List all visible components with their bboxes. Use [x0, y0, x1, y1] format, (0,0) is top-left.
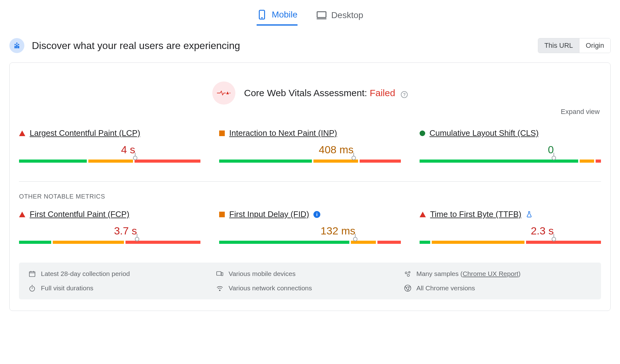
device-tabs: Mobile Desktop [9, 0, 611, 26]
metric-ttfb-name[interactable]: Time to First Byte (TTFB) [430, 209, 521, 219]
metric-cls-name[interactable]: Cumulative Layout Shift (CLS) [430, 128, 539, 138]
metric-lcp-name[interactable]: Largest Contentful Paint (LCP) [30, 128, 140, 138]
metric-ttfb-value: 2.3 s [420, 225, 601, 237]
svg-rect-8 [18, 46, 19, 48]
pin-icon [552, 237, 556, 241]
assessment-label: Core Web Vitals Assessment: [244, 88, 367, 98]
divider [19, 181, 601, 182]
status-fail-icon [19, 212, 25, 217]
mobile-icon [257, 9, 267, 20]
status-warn-icon [219, 130, 225, 136]
status-fail-icon [19, 130, 25, 136]
metric-ttfb-bar [420, 238, 601, 247]
metric-cls: Cumulative Layout Shift (CLS) 0 [420, 128, 601, 175]
experimental-icon [526, 211, 533, 218]
svg-point-6 [16, 42, 17, 44]
pin-icon [352, 156, 356, 160]
pin-icon [133, 156, 137, 160]
metric-fcp-bar [19, 238, 200, 247]
svg-rect-12 [229, 93, 230, 93]
svg-rect-13 [29, 272, 35, 277]
metric-ttfb: Time to First Byte (TTFB) 2.3 s [420, 209, 601, 256]
users-icon [9, 38, 24, 53]
metrics-grid: Largest Contentful Paint (LCP) 4 s Inter… [19, 128, 601, 256]
metric-cls-bar [420, 157, 601, 166]
metric-fcp: First Contentful Paint (FCP) 3.7 s [19, 209, 200, 256]
svg-rect-9 [16, 45, 17, 48]
assessment-text: Core Web Vitals Assessment: Failed ? [244, 88, 408, 98]
metric-inp-value: 408 ms [219, 144, 401, 156]
info-period: Latest 28-day collection period [28, 270, 216, 278]
metric-lcp: Largest Contentful Paint (LCP) 4 s [19, 128, 200, 175]
metric-cls-value: 0 [420, 144, 601, 156]
pin-icon [135, 237, 139, 241]
metric-fid-name[interactable]: First Input Delay (FID) [229, 209, 309, 219]
svg-point-5 [18, 44, 19, 45]
toggle-this-url[interactable]: This URL [538, 38, 579, 53]
info-icon[interactable]: i [313, 211, 320, 218]
info-chrome: All Chrome versions [404, 284, 592, 292]
info-durations: Full visit durations [28, 284, 216, 292]
status-fail-icon [420, 212, 426, 217]
expand-view-link[interactable]: Expand view [19, 108, 600, 116]
toggle-origin[interactable]: Origin [579, 38, 610, 53]
devices-icon [216, 270, 224, 278]
scope-toggle: This URL Origin [538, 38, 611, 53]
other-metrics-label: OTHER NOTABLE METRICS [19, 193, 601, 200]
info-devices-text: Various mobile devices [229, 270, 295, 278]
section-header: Discover what your real users are experi… [9, 38, 611, 53]
tab-desktop[interactable]: Desktop [316, 6, 363, 26]
assessment-status: Failed [370, 88, 395, 98]
info-devices: Various mobile devices [216, 270, 404, 278]
metric-inp-name[interactable]: Interaction to Next Paint (INP) [229, 128, 337, 138]
chrome-icon [404, 284, 411, 292]
metric-fid-bar [219, 238, 401, 247]
calendar-icon [28, 270, 36, 278]
svg-point-4 [14, 44, 16, 45]
svg-rect-18 [221, 273, 223, 276]
assessment-row: Core Web Vitals Assessment: Failed ? [19, 81, 601, 105]
metric-lcp-value: 4 s [19, 144, 200, 156]
info-network: Various network connections [216, 284, 404, 292]
crux-link[interactable]: Chrome UX Report [463, 270, 519, 277]
samples-icon [404, 270, 411, 278]
svg-rect-17 [217, 272, 221, 275]
svg-point-20 [408, 272, 410, 273]
section-title: Discover what your real users are experi… [32, 40, 240, 52]
metric-inp: Interaction to Next Paint (INP) 408 ms [219, 128, 401, 175]
status-good-icon [420, 130, 425, 136]
metric-fid-value: 132 ms [219, 225, 401, 237]
info-samples-text: Many samples (Chrome UX Report) [416, 270, 521, 278]
info-durations-text: Full visit durations [41, 284, 93, 292]
tab-mobile-label: Mobile [272, 10, 297, 20]
help-icon[interactable]: ? [401, 91, 408, 98]
vitals-card: Core Web Vitals Assessment: Failed ? Exp… [9, 62, 611, 311]
metric-fcp-name[interactable]: First Contentful Paint (FCP) [30, 209, 129, 219]
info-period-text: Latest 28-day collection period [41, 270, 130, 278]
info-chrome-text: All Chrome versions [416, 284, 475, 292]
tab-desktop-label: Desktop [331, 10, 363, 20]
svg-rect-7 [14, 46, 16, 48]
pin-icon [552, 156, 556, 160]
pin-icon [353, 237, 357, 241]
info-network-text: Various network connections [229, 284, 312, 292]
metric-fid: First Input Delay (FID) i 132 ms [219, 209, 401, 256]
desktop-icon [316, 10, 327, 21]
metric-fcp-value: 3.7 s [19, 225, 200, 237]
svg-rect-2 [317, 12, 326, 17]
info-samples: Many samples (Chrome UX Report) [404, 270, 592, 278]
pulse-icon [212, 81, 235, 105]
network-icon [216, 284, 224, 292]
svg-point-21 [407, 274, 409, 277]
status-warn-icon [219, 212, 225, 217]
svg-marker-11 [226, 91, 229, 94]
metric-lcp-bar [19, 157, 200, 166]
tab-mobile[interactable]: Mobile [257, 6, 297, 26]
svg-point-19 [405, 272, 407, 274]
stopwatch-icon [28, 284, 36, 292]
metric-inp-bar [219, 157, 401, 166]
svg-point-25 [219, 290, 220, 291]
info-strip: Latest 28-day collection period Various … [19, 263, 601, 299]
